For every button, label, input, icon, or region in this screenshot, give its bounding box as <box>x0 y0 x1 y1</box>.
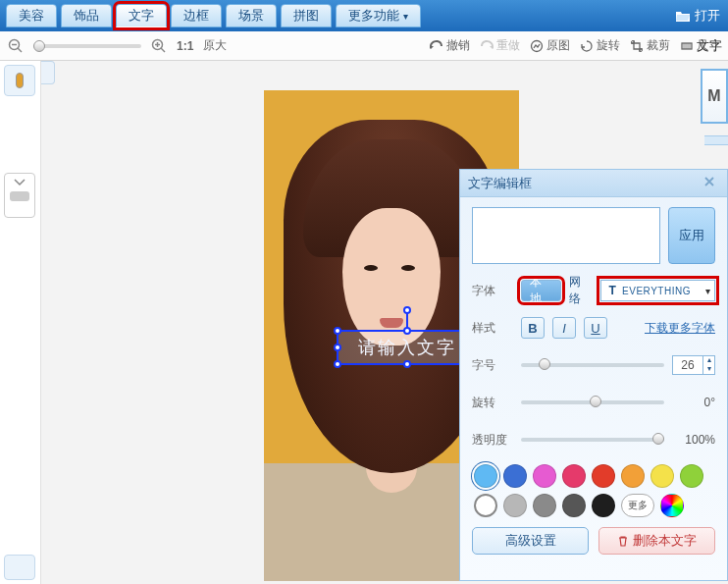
color-swatch[interactable] <box>533 464 556 488</box>
zoom-in-icon[interactable] <box>151 38 167 54</box>
tab-more[interactable]: 更多功能 ▾ <box>336 4 421 27</box>
tab-scene[interactable]: 场景 <box>226 4 277 27</box>
layer-thumb-1[interactable] <box>4 65 35 96</box>
right-section-label: 文字 <box>697 37 722 55</box>
rotate-line <box>406 312 408 328</box>
color-swatch[interactable] <box>650 464 674 488</box>
color-picker-button[interactable] <box>660 494 684 517</box>
tab-deco[interactable]: 饰品 <box>61 4 112 27</box>
delete-text-button[interactable]: 删除本文字 <box>598 527 715 555</box>
size-label: 字号 <box>472 357 513 374</box>
size-down[interactable]: ▾ <box>702 365 714 374</box>
rotate-label: 旋转 <box>597 37 620 54</box>
opacity-value: 100% <box>672 433 715 447</box>
text-input[interactable] <box>472 207 660 264</box>
bold-button[interactable]: B <box>521 317 545 339</box>
resize-handle-bm[interactable] <box>403 360 411 368</box>
tab-collage[interactable]: 拼图 <box>281 4 332 27</box>
tab-beauty[interactable]: 美容 <box>6 4 57 27</box>
layer-thumb-3[interactable] <box>4 555 35 580</box>
zoom-out-icon[interactable] <box>8 38 24 54</box>
rotate-button[interactable]: 旋转 <box>580 37 620 54</box>
opacity-slider-knob[interactable] <box>652 433 664 445</box>
underline-glyph: U <box>591 321 599 336</box>
original-image-label: 原图 <box>546 37 570 54</box>
color-swatch[interactable] <box>503 464 527 488</box>
panel-body: 应用 字体 本地 网络 T EVERYTHING ▾ 样式 B I U 下载更多… <box>460 197 727 564</box>
rotate-value: 0° <box>672 396 715 409</box>
zoom-original-size[interactable]: 原大 <box>203 37 227 54</box>
delete-text-label: 删除本文字 <box>633 532 697 550</box>
svg-point-9 <box>640 48 643 51</box>
thumb2-bar <box>10 191 29 201</box>
dimensions-icon <box>680 39 694 53</box>
resize-handle-ml[interactable] <box>334 344 341 351</box>
size-spinner[interactable]: 26 ▴▾ <box>672 355 715 375</box>
color-swatch-white[interactable] <box>474 494 497 517</box>
left-thumbnail-panel <box>0 61 41 584</box>
chevron-down-icon: ▾ <box>705 286 710 296</box>
crop-button[interactable]: 裁剪 <box>630 37 670 54</box>
italic-button[interactable]: I <box>552 317 576 339</box>
resize-handle-tl[interactable] <box>334 327 341 335</box>
undo-icon <box>430 39 443 53</box>
panel-expand-handle[interactable] <box>41 61 55 84</box>
original-image-button[interactable]: 原图 <box>530 37 570 54</box>
color-swatch[interactable] <box>680 464 703 488</box>
opacity-slider[interactable] <box>521 438 664 442</box>
collapse-icon <box>13 178 26 187</box>
zoom-slider-knob[interactable] <box>33 40 45 52</box>
tab-border[interactable]: 边框 <box>171 4 222 27</box>
undo-label: 撤销 <box>446 37 470 54</box>
opacity-label: 透明度 <box>472 432 513 449</box>
trash-icon <box>617 535 629 547</box>
preview-letter: M <box>707 87 720 105</box>
panel-header[interactable]: 文字编辑框 <box>460 170 727 197</box>
font-source-network[interactable]: 网络 <box>569 280 593 301</box>
color-swatch[interactable] <box>503 494 527 517</box>
resize-handle-bl[interactable] <box>334 360 341 368</box>
color-swatch[interactable] <box>621 464 645 488</box>
advanced-settings-button[interactable]: 高级设置 <box>472 527 589 555</box>
color-swatch[interactable] <box>592 494 615 517</box>
layer-thumb-2[interactable] <box>4 173 35 218</box>
download-fonts-link[interactable]: 下载更多字体 <box>645 320 715 337</box>
style-label: 样式 <box>472 320 513 337</box>
tab-text[interactable]: 文字 <box>116 4 167 27</box>
zoom-slider[interactable] <box>33 44 141 48</box>
rotate-slider-knob[interactable] <box>590 396 601 407</box>
open-file-button[interactable]: 打开 <box>675 0 720 31</box>
font-dropdown[interactable]: T EVERYTHING ▾ <box>600 280 715 301</box>
color-swatch[interactable] <box>474 464 497 488</box>
more-colors-button[interactable]: 更多 <box>621 494 654 517</box>
thumb-swatch <box>16 73 24 88</box>
undo-button[interactable]: 撤销 <box>430 37 470 54</box>
size-slider-knob[interactable] <box>539 358 550 370</box>
close-icon <box>703 176 715 187</box>
canvas-text-box[interactable]: 请输入文字 <box>337 330 478 365</box>
text-edit-panel: 文字编辑框 应用 字体 本地 网络 T EVERYTHING ▾ <box>459 169 728 581</box>
redo-label: 重做 <box>496 37 520 54</box>
rotate-handle[interactable] <box>403 306 411 314</box>
style-preview-strip[interactable] <box>704 135 728 145</box>
rotate-icon <box>580 39 594 53</box>
original-image-icon <box>530 39 544 53</box>
panel-close-button[interactable] <box>703 176 719 191</box>
open-label: 打开 <box>695 7 720 25</box>
svg-line-1 <box>18 48 22 52</box>
color-palette: 更多 <box>472 464 715 517</box>
rotate-slider[interactable] <box>521 400 664 404</box>
color-swatch[interactable] <box>533 494 556 517</box>
resize-handle-tm[interactable] <box>403 327 411 335</box>
style-preview-tile[interactable]: M <box>701 69 728 124</box>
apply-button[interactable]: 应用 <box>668 207 715 264</box>
color-swatch[interactable] <box>562 464 586 488</box>
underline-button[interactable]: U <box>584 317 607 339</box>
tab-more-label: 更多功能 <box>348 7 399 25</box>
color-swatch[interactable] <box>592 464 615 488</box>
main-tabs-bar: 美容 饰品 文字 边框 场景 拼图 更多功能 ▾ 打开 <box>0 0 728 31</box>
color-swatch[interactable] <box>562 494 586 517</box>
size-slider[interactable] <box>521 363 664 367</box>
font-source-local[interactable]: 本地 <box>521 280 562 301</box>
redo-icon <box>480 39 494 53</box>
